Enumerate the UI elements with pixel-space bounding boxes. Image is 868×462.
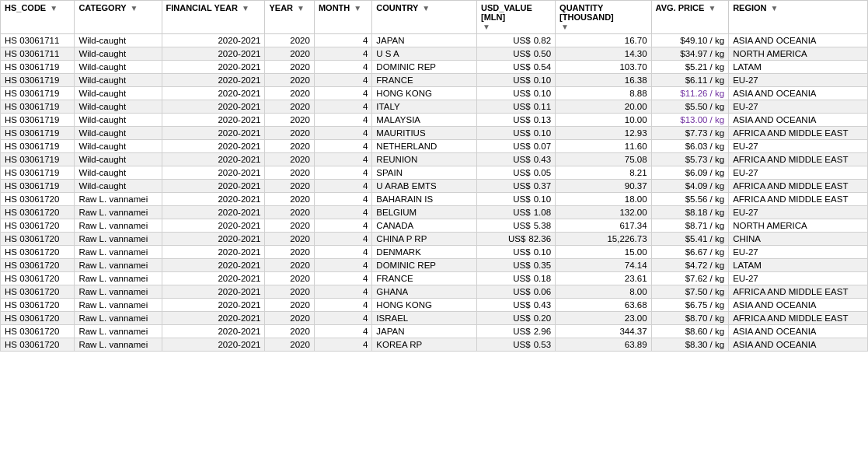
table-cell: 74.14: [556, 259, 651, 272]
table-cell: US$0.54: [477, 61, 556, 74]
sort-arrow-category[interactable]: ▼: [130, 4, 138, 12]
table-cell: 4: [314, 299, 371, 312]
table-cell: LATAM: [729, 259, 868, 272]
table-cell: 2020-2021: [162, 193, 265, 206]
table-cell: $6.67 / kg: [651, 246, 729, 259]
table-cell: US$0.10: [477, 74, 556, 87]
table-cell: HS 03061711: [1, 47, 75, 61]
table-cell: HS 03061720: [1, 206, 75, 219]
table-cell: BAHARAIN IS: [372, 193, 477, 206]
table-row: HS 03061719Wild-caught2020-202120204U AR…: [1, 180, 868, 193]
table-cell: 2020: [265, 259, 314, 272]
table-cell: HS 03061719: [1, 74, 75, 87]
sort-arrow-usd-value[interactable]: ▼: [483, 23, 490, 31]
header-year[interactable]: YEAR ▼: [265, 1, 314, 34]
table-cell: Wild-caught: [75, 61, 162, 74]
table-cell: Raw L. vannamei: [75, 219, 162, 233]
table-cell: HS 03061719: [1, 166, 75, 180]
table-cell: US$0.10: [477, 87, 556, 100]
table-row: HS 03061719Wild-caught2020-202120204DOMI…: [1, 61, 868, 74]
table-cell: FRANCE: [372, 74, 477, 87]
table-cell: 2020: [265, 338, 314, 352]
table-cell: HS 03061720: [1, 299, 75, 312]
sort-arrow-avg-price[interactable]: ▼: [708, 4, 716, 12]
sort-arrow-country[interactable]: ▼: [422, 4, 430, 12]
table-cell: AFRICA AND MIDDLE EAST: [729, 127, 868, 140]
table-cell: US$0.10: [477, 246, 556, 259]
sort-arrow-hs-code[interactable]: ▼: [50, 4, 58, 12]
table-cell: 2020-2021: [162, 140, 265, 153]
header-month[interactable]: MONTH ▼: [314, 1, 371, 34]
sort-arrow-year[interactable]: ▼: [297, 4, 305, 12]
sort-arrow-quantity[interactable]: ▼: [561, 23, 569, 31]
header-category[interactable]: CATEGORY ▼: [75, 1, 162, 34]
table-cell: Wild-caught: [75, 166, 162, 180]
table-cell: $6.11 / kg: [651, 74, 729, 87]
sort-arrow-region[interactable]: ▼: [771, 4, 779, 12]
table-cell: US$0.10: [477, 127, 556, 140]
table-cell: $49.10 / kg: [651, 34, 729, 47]
table-cell: HS 03061720: [1, 312, 75, 325]
table-cell: REUNION: [372, 153, 477, 166]
table-cell: Raw L. vannamei: [75, 338, 162, 352]
table-cell: FRANCE: [372, 272, 477, 285]
table-cell: $5.56 / kg: [651, 193, 729, 206]
table-cell: 2020-2021: [162, 233, 265, 246]
table-row: HS 03061720Raw L. vannamei2020-202120204…: [1, 285, 868, 299]
table-cell: AFRICA AND MIDDLE EAST: [729, 193, 868, 206]
table-cell: CHINA P RP: [372, 233, 477, 246]
header-financial-year[interactable]: FINANCIAL YEAR ▼: [162, 1, 265, 34]
table-cell: U ARAB EMTS: [372, 180, 477, 193]
table-cell: 4: [314, 219, 371, 233]
sort-arrow-financial-year[interactable]: ▼: [242, 4, 249, 12]
table-cell: Wild-caught: [75, 140, 162, 153]
table-cell: $8.60 / kg: [651, 325, 729, 338]
table-cell: HS 03061720: [1, 233, 75, 246]
table-row: HS 03061720Raw L. vannamei2020-202120204…: [1, 219, 868, 233]
table-cell: $8.70 / kg: [651, 312, 729, 325]
table-cell: HS 03061720: [1, 325, 75, 338]
table-cell: US$0.06: [477, 285, 556, 299]
table-cell: 2020: [265, 166, 314, 180]
table-cell: HS 03061720: [1, 338, 75, 352]
table-cell: 4: [314, 87, 371, 100]
table-cell: 2020-2021: [162, 246, 265, 259]
table-cell: Raw L. vannamei: [75, 233, 162, 246]
table-cell: 4: [314, 140, 371, 153]
table-cell: EU-27: [729, 206, 868, 219]
header-country[interactable]: COUNTRY ▼: [372, 1, 477, 34]
data-table: HS_CODE ▼ CATEGORY ▼ FINANCIAL YEAR ▼ YE…: [0, 0, 868, 352]
table-cell: Wild-caught: [75, 47, 162, 61]
header-region[interactable]: REGION ▼: [729, 1, 868, 34]
table-cell: 2020-2021: [162, 206, 265, 219]
header-usd-value[interactable]: USD_VALUE[MLN] ▼: [477, 1, 556, 34]
header-quantity[interactable]: QUANTITY[THOUSAND] ▼: [556, 1, 651, 34]
header-hs-code[interactable]: HS_CODE ▼: [1, 1, 75, 34]
table-cell: 2020: [265, 74, 314, 87]
table-cell: US$0.11: [477, 100, 556, 114]
table-cell: 2020-2021: [162, 299, 265, 312]
table-cell: 2020: [265, 219, 314, 233]
table-cell: 4: [314, 206, 371, 219]
table-cell: 4: [314, 325, 371, 338]
table-cell: Raw L. vannamei: [75, 246, 162, 259]
table-cell: US$0.37: [477, 180, 556, 193]
table-cell: JAPAN: [372, 325, 477, 338]
table-cell: HS 03061720: [1, 272, 75, 285]
table-cell: 2020: [265, 153, 314, 166]
table-cell: 132.00: [556, 206, 651, 219]
sort-arrow-month[interactable]: ▼: [354, 4, 361, 12]
header-avg-price[interactable]: AVG. PRICE ▼: [651, 1, 729, 34]
table-cell: 4: [314, 61, 371, 74]
table-cell: $5.41 / kg: [651, 233, 729, 246]
table-row: HS 03061720Raw L. vannamei2020-202120204…: [1, 259, 868, 272]
table-cell: ASIA AND OCEANIA: [729, 34, 868, 47]
table-cell: $8.30 / kg: [651, 338, 729, 352]
header-quantity-sub: [THOUSAND]: [559, 12, 647, 22]
table-row: HS 03061711Wild-caught2020-202120204U S …: [1, 47, 868, 61]
table-cell: ITALY: [372, 100, 477, 114]
table-cell: 2020-2021: [162, 127, 265, 140]
table-cell: 4: [314, 127, 371, 140]
table-cell: CHINA: [729, 233, 868, 246]
table-cell: 2020: [265, 299, 314, 312]
